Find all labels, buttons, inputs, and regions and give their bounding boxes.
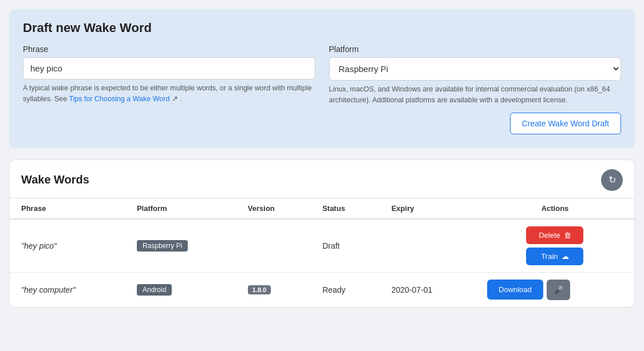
download-button[interactable]: Download — [487, 280, 543, 300]
refresh-button[interactable]: ↻ — [601, 169, 623, 191]
delete-button[interactable]: Delete 🗑 — [526, 226, 583, 244]
tips-link[interactable]: Tips for Choosing a Wake Word — [69, 95, 169, 103]
draft-title: Draft new Wake Word — [23, 21, 621, 35]
create-wake-word-draft-button[interactable]: Create Wake Word Draft — [510, 113, 622, 134]
external-link-icon: ↗ — [172, 95, 178, 103]
phrase-value: "hey computer" — [21, 285, 76, 294]
version-cell: 1.8.0 — [236, 272, 311, 307]
mic-icon: 🎤 — [554, 285, 563, 294]
actions-cell: Delete 🗑 Train ☁ — [476, 219, 634, 273]
col-actions: Actions — [476, 198, 634, 219]
table-row: "hey pico" Raspberry Pi Draft Delete 🗑 — [10, 219, 634, 273]
delete-icon: 🗑 — [564, 231, 571, 240]
expiry-cell — [380, 219, 476, 273]
col-phrase: Phrase — [10, 198, 125, 219]
mic-button[interactable]: 🎤 — [547, 280, 570, 300]
delete-label: Delete — [539, 231, 560, 240]
platform-badge: Android — [137, 284, 172, 296]
col-version: Version — [236, 198, 311, 219]
table-section-title: Wake Words — [21, 173, 89, 186]
platform-select[interactable]: Raspberry Pi Android Linux macOS Windows — [329, 57, 622, 81]
phrase-value: "hey pico" — [21, 241, 57, 250]
version-cell — [236, 219, 311, 273]
table-row: "hey computer" Android 1.8.0 Ready 2020-… — [10, 272, 634, 307]
table-head: Phrase Platform Version Status Expiry Ac… — [10, 198, 634, 219]
form-row: Phrase A typical wake phrase is expected… — [23, 45, 621, 106]
train-button[interactable]: Train ☁ — [526, 248, 583, 265]
phrase-cell: "hey pico" — [10, 219, 125, 273]
phrase-cell: "hey computer" — [10, 272, 125, 307]
col-platform: Platform — [125, 198, 236, 219]
table-header-row-cols: Phrase Platform Version Status Expiry Ac… — [10, 198, 634, 219]
version-badge: 1.8.0 — [248, 285, 271, 294]
platform-label: Platform — [329, 45, 622, 54]
actions-container: Delete 🗑 Train ☁ — [487, 226, 623, 265]
train-icon: ☁ — [562, 252, 569, 261]
platform-hint: Linux, macOS, and Windows are available … — [329, 84, 622, 106]
status-cell: Draft — [311, 219, 380, 273]
phrase-input[interactable] — [23, 57, 315, 79]
wake-words-section: Wake Words ↻ Phrase Platform Version Sta… — [9, 159, 635, 308]
phrase-label: Phrase — [23, 45, 315, 54]
col-status: Status — [311, 198, 380, 219]
phrase-hint: A typical wake phrase is expected to be … — [23, 83, 315, 105]
table-body: "hey pico" Raspberry Pi Draft Delete 🗑 — [10, 219, 634, 307]
platform-badge: Raspberry Pi — [137, 240, 188, 252]
train-label: Train — [541, 252, 558, 261]
col-expiry: Expiry — [380, 198, 476, 219]
draft-section: Draft new Wake Word Phrase A typical wak… — [9, 9, 635, 148]
create-btn-row: Create Wake Word Draft — [23, 113, 621, 134]
platform-cell: Android — [125, 272, 236, 307]
wake-words-table: Phrase Platform Version Status Expiry Ac… — [10, 198, 634, 307]
expiry-cell: 2020-07-01 — [380, 272, 476, 307]
platform-cell: Raspberry Pi — [125, 219, 236, 273]
actions-cell: Download 🎤 — [476, 272, 634, 307]
refresh-icon: ↻ — [609, 174, 616, 185]
table-header-row: Wake Words ↻ — [10, 160, 634, 198]
download-actions-container: Download 🎤 — [487, 280, 623, 300]
status-cell: Ready — [311, 272, 380, 307]
phrase-group: Phrase A typical wake phrase is expected… — [23, 45, 315, 106]
platform-group: Platform Raspberry Pi Android Linux macO… — [329, 45, 622, 106]
